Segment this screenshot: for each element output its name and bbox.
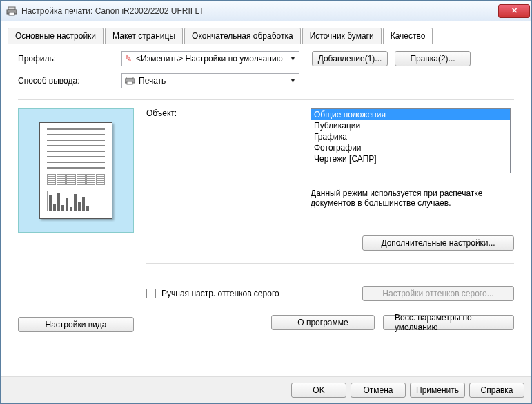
tab-main[interactable]: Основные настройки	[8, 28, 104, 44]
manual-gray-label: Ручная настр. оттенков серого	[161, 289, 279, 298]
ok-button[interactable]: OK	[291, 383, 346, 398]
separator	[146, 263, 514, 264]
separator	[18, 99, 514, 100]
tab-quality[interactable]: Качество	[383, 28, 433, 44]
titlebar: Настройка печати: Canon iR2002/2202 UFRI…	[1, 1, 531, 21]
printer-small-icon	[125, 77, 135, 85]
tab-bar: Основные настройки Макет страницы Оконча…	[8, 27, 524, 44]
print-settings-window: Настройка печати: Canon iR2002/2202 UFRI…	[0, 0, 532, 404]
profile-combo[interactable]: ✎ <Изменить> Настройки по умолчанию ▼	[121, 51, 299, 66]
gray-settings-button: Настройки оттенков серого...	[362, 286, 514, 301]
preview-page	[39, 122, 112, 219]
profile-value: <Изменить> Настройки по умолчанию	[136, 54, 283, 64]
object-label: Объект:	[146, 108, 298, 205]
tab-layout[interactable]: Макет страницы	[105, 28, 183, 44]
window-title: Настройка печати: Canon iR2002/2202 UFRI…	[21, 6, 498, 16]
list-item[interactable]: Публикации	[311, 120, 510, 131]
output-combo[interactable]: Печать ▼	[121, 73, 299, 88]
list-item[interactable]: Фотографии	[311, 142, 510, 153]
list-item[interactable]: Графика	[311, 131, 510, 142]
edit-profile-button[interactable]: Правка(2)...	[395, 51, 471, 66]
page-preview	[18, 108, 134, 233]
tab-paper-source[interactable]: Источник бумаги	[302, 28, 382, 44]
manual-gray-checkbox[interactable]	[146, 289, 156, 298]
help-button[interactable]: Справка	[469, 383, 524, 398]
restore-defaults-button[interactable]: Восс. параметры по умолчанию	[383, 315, 514, 330]
apply-button[interactable]: Применить	[410, 383, 465, 398]
chevron-down-icon: ▼	[290, 55, 296, 62]
tab-content: Профиль: ✎ <Изменить> Настройки по умолч…	[8, 44, 524, 369]
cancel-button[interactable]: Отмена	[351, 383, 406, 398]
list-item[interactable]: Чертежи [САПР]	[311, 153, 510, 164]
close-button[interactable]: ✕	[498, 4, 530, 18]
tab-finishing[interactable]: Окончательная обработка	[184, 28, 301, 44]
output-label: Способ вывода:	[18, 76, 121, 86]
about-button[interactable]: О программе	[271, 315, 375, 330]
add-profile-button[interactable]: Добавление(1)...	[312, 51, 388, 66]
svg-rect-0	[8, 7, 15, 10]
list-item[interactable]: Общие положения	[311, 109, 510, 120]
svg-rect-2	[9, 12, 14, 15]
object-listbox[interactable]: Общие положения Публикации Графика Фотог…	[311, 108, 511, 173]
output-value: Печать	[139, 76, 166, 86]
dialog-footer: OK Отмена Применить Справка	[1, 376, 531, 403]
printer-icon	[6, 6, 17, 17]
view-settings-button[interactable]: Настройки вида	[18, 317, 134, 332]
pencil-icon: ✎	[125, 54, 132, 64]
object-description: Данный режим используется при распечатке…	[311, 189, 504, 208]
profile-label: Профиль:	[18, 54, 121, 64]
chevron-down-icon: ▼	[290, 77, 296, 84]
advanced-settings-button[interactable]: Дополнительные настройки...	[362, 235, 514, 251]
svg-rect-5	[127, 81, 132, 84]
